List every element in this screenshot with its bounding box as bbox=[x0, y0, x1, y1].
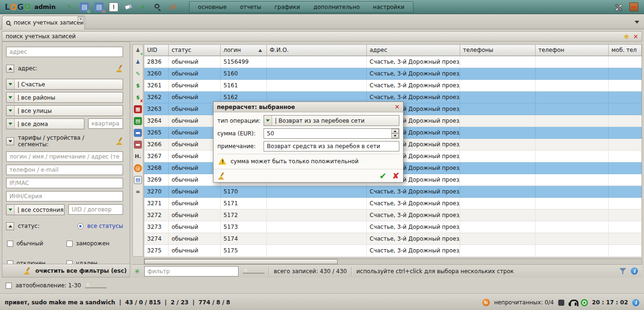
menu-item[interactable]: основные bbox=[191, 2, 233, 12]
tab-list-caret[interactable] bbox=[635, 21, 639, 24]
clear-tariffs-icon[interactable] bbox=[116, 137, 123, 145]
table-row[interactable]: 3275 обычный 5175 Счастье, 3-й Дорожный … bbox=[144, 245, 642, 257]
infinity-icon[interactable]: ∞ bbox=[134, 188, 142, 196]
history-icon[interactable]: H. bbox=[134, 152, 142, 160]
column-header[interactable]: телефоны bbox=[460, 45, 536, 56]
accounts-icon[interactable]: ▤ + bbox=[80, 2, 89, 12]
payment-icon[interactable]: $ bbox=[134, 82, 142, 90]
card-icon[interactable]: ▬ bbox=[134, 129, 142, 137]
uid-contract-input[interactable] bbox=[68, 204, 123, 215]
report-icon[interactable]: ▤ bbox=[134, 176, 142, 184]
column-header[interactable]: моб. тел bbox=[609, 45, 642, 56]
slashes-icon[interactable]: /// bbox=[167, 2, 177, 12]
table-row[interactable]: 2836 обычный 5156499 Счастье, 3-й Дорожн… bbox=[144, 56, 642, 68]
gear-icon[interactable]: ✳ bbox=[138, 2, 148, 12]
autorefresh-slider[interactable] bbox=[85, 283, 107, 289]
column-header[interactable]: Ф.И.О. bbox=[267, 45, 367, 56]
info-icon[interactable]: i bbox=[631, 268, 638, 275]
exit-icon[interactable] bbox=[629, 2, 638, 11]
table-row[interactable]: 3261 обычный 5161 Счастье, 3-й Дорожный … bbox=[144, 80, 642, 92]
cash-icon[interactable]: ▤ bbox=[134, 117, 142, 125]
table-row[interactable]: 3272 обычный 5172 Счастье, 3-й Дорожный … bbox=[144, 209, 642, 221]
login-search-input[interactable] bbox=[6, 151, 123, 162]
mute-icon[interactable] bbox=[558, 300, 564, 306]
collapse-address-button[interactable] bbox=[6, 65, 14, 73]
cell-mob bbox=[609, 127, 642, 139]
slider-thumb[interactable] bbox=[243, 268, 248, 273]
column-header[interactable]: логин bbox=[221, 45, 267, 56]
column-header[interactable]: UID bbox=[144, 45, 169, 56]
table-row[interactable]: 3260 обычный 5160 Счастье, 3-й Дорожный … bbox=[144, 68, 642, 80]
state-dropdown[interactable]: | все состояния bbox=[6, 204, 65, 215]
house-dropdown[interactable]: | все дома bbox=[6, 118, 84, 129]
cell-mob bbox=[609, 80, 642, 92]
filter-input[interactable] bbox=[144, 266, 239, 276]
filter-funnel-icon[interactable] bbox=[619, 268, 626, 274]
collapse-tariffs-button[interactable] bbox=[6, 137, 14, 145]
row-slider[interactable] bbox=[243, 268, 264, 274]
status-checkbox[interactable]: заморожен bbox=[66, 238, 123, 249]
cell-phones bbox=[460, 209, 536, 221]
payment-delete-icon[interactable]: $ ✘ bbox=[134, 93, 142, 101]
card-remove-icon[interactable]: ▬ bbox=[134, 141, 142, 149]
spin-down-button[interactable] bbox=[391, 134, 399, 138]
collapse-status-button[interactable] bbox=[6, 222, 14, 230]
broom-icon bbox=[23, 267, 31, 275]
menu-item[interactable]: графики bbox=[268, 2, 306, 12]
slider-thumb[interactable] bbox=[85, 283, 91, 287]
table-row[interactable]: 3270 обычный 5170 Счастье, 3-й Дорожный … bbox=[144, 186, 642, 198]
amount-input[interactable] bbox=[264, 128, 399, 139]
street-dropdown[interactable]: | все улицы bbox=[6, 105, 123, 116]
dialog-close-icon[interactable]: ✕ bbox=[395, 104, 400, 110]
city-dropdown[interactable]: | Счастье bbox=[6, 79, 123, 90]
gear-icon[interactable]: ✳ bbox=[134, 268, 140, 275]
phone-email-input[interactable] bbox=[6, 165, 123, 175]
address-input[interactable] bbox=[6, 47, 123, 57]
web-icon[interactable]: @ bbox=[134, 164, 142, 172]
panel-close-icon[interactable]: ✕ bbox=[633, 34, 638, 40]
all-statuses-radio[interactable] bbox=[77, 223, 83, 229]
autorefresh-checkbox[interactable] bbox=[6, 283, 12, 289]
eraser-icon[interactable] bbox=[124, 2, 133, 12]
gift-icon[interactable]: ▦ bbox=[134, 105, 142, 113]
status-checkbox[interactable]: обычный bbox=[7, 238, 66, 249]
tab-account-search[interactable]: поиск учетных записей ✕ bbox=[2, 16, 85, 29]
tab-close-icon[interactable]: ✕ bbox=[78, 17, 83, 22]
table-row[interactable]: 3271 обычный 5171 Счастье, 3-й Дорожный … bbox=[144, 198, 642, 209]
info-icon[interactable]: i bbox=[632, 299, 639, 306]
cell-phones bbox=[460, 151, 536, 162]
district-dropdown[interactable]: | все районы bbox=[6, 92, 123, 103]
spin-up-button[interactable] bbox=[391, 129, 399, 134]
add-account-icon[interactable]: ♟ + bbox=[134, 46, 142, 54]
edit-icon[interactable]: ✎ bbox=[65, 2, 74, 12]
clear-filters-bar[interactable]: очистить все фильтры (esc) bbox=[2, 264, 130, 277]
confirm-icon[interactable]: ✔ bbox=[380, 172, 387, 180]
ip-mac-input[interactable] bbox=[6, 178, 123, 188]
clear-address-icon[interactable] bbox=[116, 65, 123, 72]
edit-account-icon[interactable]: ✎ bbox=[134, 70, 142, 78]
text-tool-icon[interactable]: I bbox=[109, 2, 118, 12]
column-header[interactable]: статус bbox=[169, 45, 221, 56]
tools-icon[interactable] bbox=[613, 2, 623, 12]
table-row[interactable]: 3274 обычный 5174 Счастье, 3-й Дорожный … bbox=[144, 233, 642, 245]
inn-input[interactable] bbox=[6, 191, 123, 201]
headphones-icon[interactable] bbox=[569, 300, 577, 306]
unread-messages-icon[interactable]: ↻ bbox=[482, 299, 490, 306]
operation-dropdown[interactable]: | Возврат из за перебоев сети bbox=[264, 115, 399, 126]
note-input[interactable] bbox=[264, 141, 399, 151]
dialog-clear-icon[interactable] bbox=[217, 172, 225, 180]
scrollbar-thumb[interactable] bbox=[144, 259, 338, 264]
menu-item[interactable]: отчеты bbox=[233, 2, 268, 12]
cell-fio bbox=[267, 221, 367, 233]
cancel-icon[interactable]: ✘ bbox=[392, 172, 399, 180]
menu-item[interactable]: настройки bbox=[366, 2, 411, 12]
table-row[interactable]: 3273 обычный 5173 Счастье, 3-й Дорожный … bbox=[144, 221, 642, 233]
column-header[interactable]: адрес bbox=[367, 45, 460, 56]
account-icon[interactable]: ♟ bbox=[134, 58, 142, 66]
search-icon[interactable] bbox=[153, 2, 162, 12]
column-header[interactable]: телефон bbox=[536, 45, 609, 56]
favorite-star-icon[interactable]: ★ bbox=[624, 33, 630, 40]
accounts-export-icon[interactable]: ▤ → bbox=[94, 2, 104, 12]
menu-item[interactable]: дополнительно bbox=[307, 2, 366, 12]
apartment-input[interactable] bbox=[88, 118, 123, 129]
